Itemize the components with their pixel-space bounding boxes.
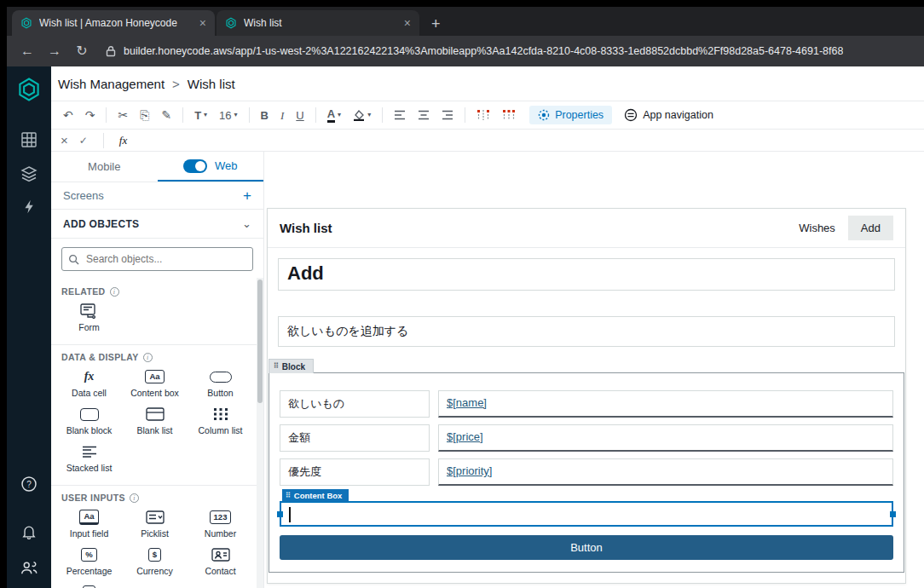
block-tag[interactable]: ⠿ Block (269, 359, 314, 373)
format-painter-icon[interactable]: ✎ (156, 107, 176, 123)
honeycode-logo-icon[interactable] (16, 77, 42, 106)
palette-item-content-box[interactable]: Aa Content box (122, 369, 188, 398)
collaborators-icon[interactable] (20, 559, 38, 576)
undo-icon[interactable]: ↶ (58, 107, 78, 123)
object-palette: RELATED i Form (51, 280, 263, 588)
palette-item-stacked-list[interactable]: Stacked list (56, 444, 122, 473)
field-label-box[interactable]: 優先度 (280, 458, 430, 486)
field-label-box[interactable]: 欲しいもの (280, 390, 430, 418)
help-icon[interactable]: ? (20, 476, 38, 493)
vertical-borders-icon[interactable] (471, 107, 495, 123)
svg-text:?: ? (26, 480, 32, 489)
align-right-icon[interactable] (436, 108, 459, 122)
palette-item-blank-block[interactable]: Blank block (56, 406, 122, 435)
palette-item-currency[interactable]: $ Currency (122, 547, 188, 576)
view-toggle-switch[interactable] (183, 159, 207, 173)
builder-canvas[interactable]: Wish list Wishes Add Add 欲しいものを追加する (264, 152, 924, 588)
nav-tab-wishes[interactable]: Wishes (786, 216, 848, 240)
palette-item-partial[interactable] (56, 585, 122, 588)
submit-button[interactable]: Button (280, 535, 893, 560)
font-color-dropdown[interactable]: A ▾ (322, 107, 346, 124)
horizontal-borders-icon[interactable] (497, 107, 521, 123)
honeycode-favicon-icon (225, 17, 237, 29)
breadcrumb-workbook[interactable]: Wish Management (58, 77, 165, 91)
font-family-dropdown[interactable]: T ▾ (189, 108, 212, 123)
fx-icon[interactable]: fx (119, 134, 127, 147)
form-block[interactable]: ⠿ Block 欲しいもの $[name] 金額 (269, 372, 904, 573)
palette-item-label: Input field (70, 528, 109, 539)
palette-item-column-list[interactable]: Column list (188, 406, 253, 435)
nav-tab-add[interactable]: Add (848, 216, 893, 240)
browser-tab-inactive[interactable]: Wish list × (217, 10, 419, 36)
description-content-box[interactable]: 欲しいものを追加する (278, 316, 895, 347)
address-bar[interactable]: builder.honeycode.aws/app/1-us-west-2%3A… (106, 45, 914, 57)
info-icon[interactable]: i (110, 287, 119, 297)
selected-content-box[interactable] (280, 501, 893, 527)
notifications-bell-icon[interactable] (20, 523, 38, 540)
app-navigation-icon (624, 108, 638, 122)
redo-icon[interactable]: ↷ (80, 107, 101, 123)
palette-item-data-cell[interactable]: fx Data cell (56, 369, 122, 398)
web-view-tab[interactable]: Web (158, 152, 264, 182)
paste-icon[interactable]: ⎘ (135, 107, 154, 123)
italic-button[interactable]: I (275, 108, 289, 123)
field-value-box[interactable]: $[name] (438, 390, 893, 418)
app-navigation-button[interactable]: App navigation (624, 108, 713, 122)
properties-icon (538, 109, 550, 121)
browser-tab-active[interactable]: Wish list | Amazon Honeycode × (12, 10, 215, 36)
scrollbar-thumb[interactable] (257, 280, 263, 403)
info-icon[interactable]: i (143, 353, 153, 362)
palette-item-button[interactable]: Button (188, 369, 253, 398)
palette-item-contact[interactable]: Contact (188, 547, 253, 576)
apps-icon[interactable] (20, 165, 38, 182)
font-size-dropdown[interactable]: 16 ▾ (214, 108, 242, 123)
palette-item-picklist[interactable]: Picklist (122, 510, 188, 539)
blank-block-icon (80, 406, 99, 422)
info-icon[interactable]: i (130, 493, 139, 503)
properties-button[interactable]: Properties (529, 106, 612, 124)
related-label: RELATED (61, 286, 106, 297)
resize-handle-right[interactable] (890, 511, 896, 517)
panel-scrollbar[interactable] (257, 278, 263, 588)
screen-title[interactable]: Wish list (280, 221, 332, 235)
field-value-box[interactable]: $[price] (438, 424, 893, 452)
reload-icon[interactable]: ↻ (72, 44, 92, 58)
align-left-icon[interactable] (389, 108, 411, 122)
close-icon[interactable]: × (404, 16, 411, 30)
cut-icon[interactable]: ✂ (113, 107, 133, 123)
back-icon[interactable]: ← (17, 44, 38, 58)
field-value-box[interactable]: $[priority] (438, 458, 893, 486)
content-box-tag[interactable]: ⠿ Content Box (282, 489, 349, 502)
formula-cancel-icon[interactable]: × (61, 133, 68, 147)
palette-item-blank-list[interactable]: Blank list (122, 406, 188, 435)
mobile-label: Mobile (88, 160, 120, 173)
add-objects-header[interactable]: ADD OBJECTS ⌄ (51, 210, 263, 239)
formula-confirm-icon[interactable]: ✓ (79, 135, 88, 147)
breadcrumb-screen[interactable]: Wish list (188, 77, 235, 91)
main-column: Wish Management > Wish list ↶ ↷ ✂ ⎘ ✎ T … (51, 66, 924, 588)
add-screen-button[interactable]: + (243, 188, 251, 203)
palette-item-label: Column list (199, 425, 243, 435)
resize-handle-left[interactable] (277, 511, 283, 517)
palette-item-input-field[interactable]: Aa Input field (56, 510, 122, 539)
bold-button[interactable]: B (256, 108, 274, 123)
palette-item-number[interactable]: 123 Number (188, 510, 253, 539)
mobile-view-tab[interactable]: Mobile (51, 152, 158, 182)
heading-content-box[interactable]: Add (278, 258, 895, 291)
underline-button[interactable]: U (291, 108, 309, 123)
search-input[interactable] (61, 247, 253, 271)
field-label-box[interactable]: 金額 (280, 424, 430, 452)
palette-item-form[interactable]: Form (56, 303, 122, 332)
url-text: builder.honeycode.aws/app/1-us-west-2%3A… (124, 45, 843, 57)
forward-icon[interactable]: → (44, 44, 65, 58)
align-center-icon[interactable] (413, 108, 435, 122)
new-tab-button[interactable]: + (431, 16, 441, 32)
tab-title: Wish list | Amazon Honeycode (39, 17, 193, 29)
automations-icon[interactable] (22, 199, 37, 214)
fill-color-dropdown[interactable]: ▾ (348, 108, 376, 123)
close-icon[interactable]: × (199, 16, 206, 30)
field-row: 金額 $[price] (280, 424, 893, 452)
tables-icon[interactable] (20, 131, 38, 148)
text-cursor (289, 507, 291, 522)
palette-item-percentage[interactable]: % Percentage (56, 547, 122, 576)
